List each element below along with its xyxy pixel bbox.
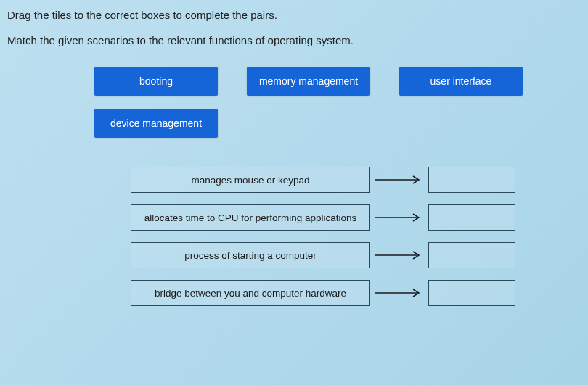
tile-user-interface[interactable]: user interface	[399, 67, 523, 96]
pair-row: manages mouse or keypad	[131, 167, 581, 193]
pair-row: process of starting a computer	[131, 242, 581, 268]
arrow-icon	[370, 173, 428, 187]
scenario-box: bridge between you and computer hardware	[131, 280, 370, 306]
drop-target[interactable]	[428, 204, 515, 231]
arrow-icon	[370, 210, 428, 225]
pair-row: allocates time to CPU for performing app…	[131, 204, 581, 231]
arrow-icon	[370, 286, 428, 300]
drop-target[interactable]	[428, 280, 515, 306]
instruction-secondary: Match the given scenarios to the relevan…	[7, 34, 581, 46]
tiles-container: booting memory management user interface…	[94, 67, 581, 138]
tile-memory-management[interactable]: memory management	[247, 67, 370, 96]
drop-target[interactable]	[428, 167, 515, 193]
scenario-box: manages mouse or keypad	[131, 167, 370, 193]
instruction-primary: Drag the tiles to the correct boxes to c…	[7, 9, 581, 21]
pair-row: bridge between you and computer hardware	[131, 280, 581, 306]
scenario-box: allocates time to CPU for performing app…	[131, 204, 370, 231]
drop-target[interactable]	[428, 242, 515, 268]
scenario-box: process of starting a computer	[131, 242, 370, 268]
tile-device-management[interactable]: device management	[94, 109, 218, 138]
tile-booting[interactable]: booting	[94, 67, 218, 96]
tiles-row-2: device management	[94, 109, 581, 138]
arrow-icon	[370, 248, 428, 262]
tiles-row-1: booting memory management user interface	[94, 67, 581, 96]
pairs-container: manages mouse or keypad allocates time t…	[131, 167, 581, 306]
